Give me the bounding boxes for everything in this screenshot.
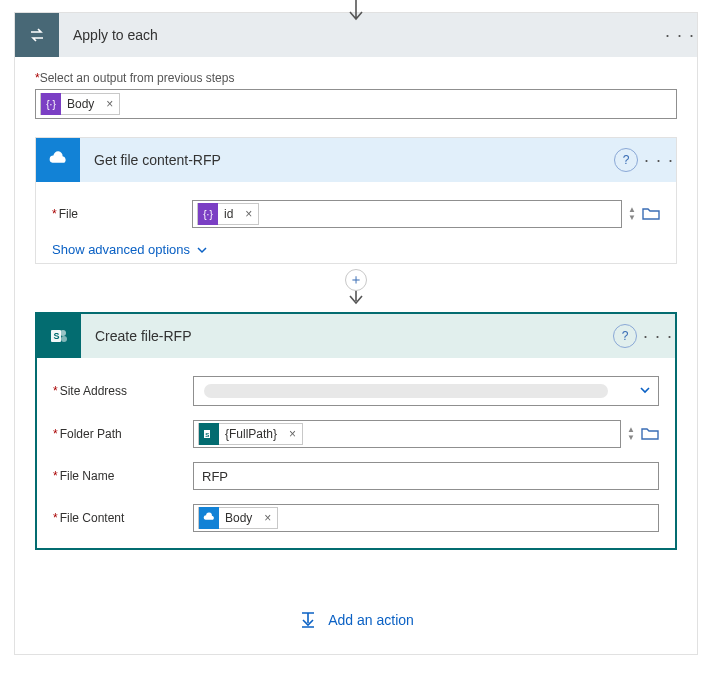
body-token[interactable]: {·} Body × <box>40 93 120 115</box>
file-name-label: *File Name <box>53 469 183 483</box>
expression-icon: {·} <box>41 93 61 115</box>
apply-to-each-card: Apply to each · · · *Select an output fr… <box>14 12 698 655</box>
folder-picker-icon[interactable] <box>642 206 660 223</box>
get-file-title: Get file content-RFP <box>80 152 614 168</box>
insert-step-button[interactable]: ＋ <box>345 269 367 291</box>
add-action-icon <box>298 610 318 630</box>
remove-token-icon[interactable]: × <box>100 97 119 111</box>
select-output-label: *Select an output from previous steps <box>35 71 677 85</box>
onedrive-token-icon <box>199 507 219 529</box>
chevron-down-icon <box>638 383 652 400</box>
sharepoint-icon: S <box>37 314 81 358</box>
folder-picker-icon[interactable] <box>641 426 659 443</box>
svg-point-3 <box>61 336 67 342</box>
remove-token-icon[interactable]: × <box>283 427 302 441</box>
folder-path-field[interactable]: S {FullPath} × <box>193 420 621 448</box>
file-content-label: *File Content <box>53 511 183 525</box>
help-icon[interactable]: ? <box>614 148 638 172</box>
file-name-field[interactable]: RFP <box>193 462 659 490</box>
stepper-icon[interactable]: ▲▼ <box>627 426 635 442</box>
onedrive-icon <box>36 138 80 182</box>
help-icon[interactable]: ? <box>613 324 637 348</box>
apply-to-each-menu[interactable]: · · · <box>663 25 697 46</box>
create-file-menu[interactable]: · · · <box>641 326 675 347</box>
create-file-title: Create file-RFP <box>81 328 613 344</box>
remove-token-icon[interactable]: × <box>258 511 277 525</box>
apply-to-each-title: Apply to each <box>59 27 663 43</box>
file-field[interactable]: {·} id × <box>192 200 622 228</box>
site-address-value <box>204 384 608 398</box>
site-address-field[interactable] <box>193 376 659 406</box>
svg-text:S: S <box>54 331 60 341</box>
site-address-label: *Site Address <box>53 384 183 398</box>
body-token[interactable]: Body × <box>198 507 278 529</box>
file-label: *File <box>52 207 182 221</box>
stepper-icon[interactable]: ▲▼ <box>628 206 636 222</box>
fullpath-token[interactable]: S {FullPath} × <box>198 423 303 445</box>
get-file-menu[interactable]: · · · <box>642 150 676 171</box>
svg-point-2 <box>60 330 66 336</box>
select-output-field[interactable]: {·} Body × <box>35 89 677 119</box>
flow-arrow-top <box>341 0 371 12</box>
sharepoint-token-icon: S <box>199 423 219 445</box>
create-file-card: S Create file-RFP ? · · · *Site Address <box>35 312 677 550</box>
chevron-down-icon <box>196 244 208 256</box>
add-action-button[interactable]: Add an action <box>35 550 677 640</box>
get-file-header[interactable]: Get file content-RFP ? · · · <box>36 138 676 182</box>
flow-arrow-icon <box>346 289 366 307</box>
id-token[interactable]: {·} id × <box>197 203 259 225</box>
expression-icon: {·} <box>198 203 218 225</box>
remove-token-icon[interactable]: × <box>239 207 258 221</box>
folder-path-label: *Folder Path <box>53 427 183 441</box>
file-content-field[interactable]: Body × <box>193 504 659 532</box>
loop-icon <box>15 13 59 57</box>
svg-text:S: S <box>205 432 209 438</box>
create-file-header[interactable]: S Create file-RFP ? · · · <box>37 314 675 358</box>
get-file-content-card: Get file content-RFP ? · · · *File {·} i… <box>35 137 677 264</box>
show-advanced-link[interactable]: Show advanced options <box>52 242 208 257</box>
